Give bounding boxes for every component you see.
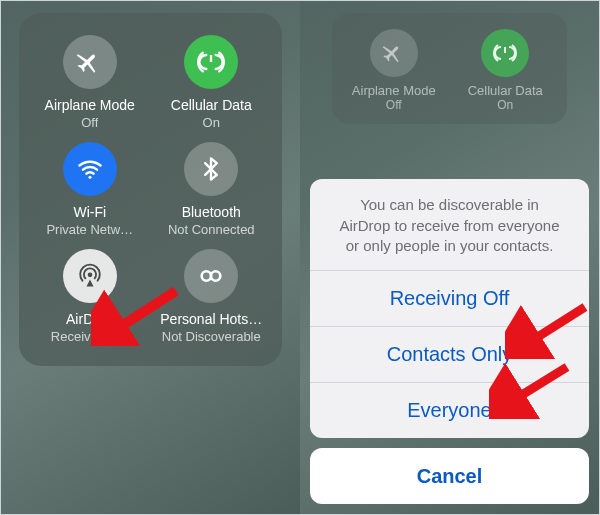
option-contacts-only[interactable]: Contacts Only xyxy=(310,326,589,382)
action-sheet-body: You can be discoverable in AirDrop to re… xyxy=(310,179,589,438)
cellular-label: Cellular Data xyxy=(171,97,252,113)
wifi-label: Wi-Fi xyxy=(73,204,106,220)
cellular-icon xyxy=(184,35,238,89)
svg-point-0 xyxy=(88,176,91,179)
control-center-panel-left: Airplane Mode Off Cellular Data On Wi-Fi… xyxy=(1,1,300,514)
control-center-panel-right: Airplane Mode Off Cellular Data On You c… xyxy=(300,1,599,514)
airplane-mode-toggle-dimmed: Airplane Mode Off xyxy=(338,29,450,112)
wifi-toggle[interactable]: Wi-Fi Private Netw… xyxy=(29,142,151,237)
personal-hotspot-toggle[interactable]: Personal Hots… Not Discoverable xyxy=(151,249,273,344)
wifi-status: Private Netw… xyxy=(46,222,133,237)
airplane-icon xyxy=(370,29,418,77)
airdrop-status: Receiving Off xyxy=(51,329,129,344)
hotspot-icon xyxy=(184,249,238,303)
airplane-label: Airplane Mode xyxy=(352,83,436,98)
airdrop-icon xyxy=(63,249,117,303)
action-sheet-message: You can be discoverable in AirDrop to re… xyxy=(310,179,589,270)
bluetooth-icon xyxy=(184,142,238,196)
airplane-mode-toggle[interactable]: Airplane Mode Off xyxy=(29,35,151,130)
cellular-status: On xyxy=(497,98,513,112)
connectivity-card: Airplane Mode Off Cellular Data On Wi-Fi… xyxy=(19,13,282,366)
svg-point-1 xyxy=(87,273,92,278)
cellular-label: Cellular Data xyxy=(468,83,543,98)
airdrop-toggle[interactable]: AirDrop Receiving Off xyxy=(29,249,151,344)
airplane-icon xyxy=(63,35,117,89)
cancel-button[interactable]: Cancel xyxy=(310,448,589,504)
airdrop-label: AirDrop xyxy=(66,311,113,327)
cellular-status: On xyxy=(203,115,220,130)
option-everyone[interactable]: Everyone xyxy=(310,382,589,438)
airplane-status: Off xyxy=(81,115,98,130)
bluetooth-status: Not Connected xyxy=(168,222,255,237)
cellular-data-toggle[interactable]: Cellular Data On xyxy=(151,35,273,130)
airplane-status: Off xyxy=(386,98,402,112)
bluetooth-toggle[interactable]: Bluetooth Not Connected xyxy=(151,142,273,237)
wifi-icon xyxy=(63,142,117,196)
svg-point-2 xyxy=(202,271,211,280)
cellular-icon xyxy=(481,29,529,77)
option-receiving-off[interactable]: Receiving Off xyxy=(310,270,589,326)
connectivity-card-dimmed: Airplane Mode Off Cellular Data On xyxy=(332,13,567,124)
hotspot-label: Personal Hots… xyxy=(160,311,262,327)
bluetooth-label: Bluetooth xyxy=(182,204,241,220)
cellular-data-toggle-dimmed: Cellular Data On xyxy=(450,29,562,112)
svg-point-3 xyxy=(211,271,220,280)
airplane-label: Airplane Mode xyxy=(45,97,135,113)
airdrop-action-sheet: You can be discoverable in AirDrop to re… xyxy=(310,179,589,504)
hotspot-status: Not Discoverable xyxy=(162,329,261,344)
